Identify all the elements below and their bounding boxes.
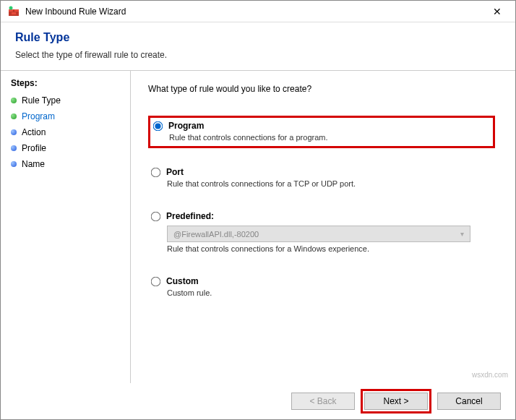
- option-port: Port Rule that controls connections for …: [148, 164, 495, 192]
- wizard-window: New Inbound Rule Wizard ✕ Rule Type Sele…: [0, 0, 516, 420]
- step-profile[interactable]: Profile: [11, 140, 120, 156]
- bullet-icon: [11, 129, 17, 135]
- wizard-header: Rule Type Select the type of firewall ru…: [1, 22, 515, 63]
- radio-program[interactable]: [153, 121, 163, 131]
- option-predefined-title: Predefined:: [166, 211, 214, 221]
- next-button-highlight: Next >: [361, 389, 431, 413]
- step-rule-type[interactable]: Rule Type: [11, 93, 120, 108]
- wizard-content: What type of rule would you like to crea…: [131, 71, 515, 383]
- step-label: Profile: [22, 143, 46, 153]
- step-name[interactable]: Name: [11, 156, 120, 172]
- option-program-desc: Rule that controls connections for a pro…: [169, 133, 490, 142]
- titlebar: New Inbound Rule Wizard ✕: [1, 1, 515, 22]
- step-label: Name: [22, 159, 45, 169]
- radio-port[interactable]: [151, 167, 161, 177]
- radio-predefined[interactable]: [151, 211, 161, 221]
- option-predefined: Predefined: @FirewallAPI.dll,-80200 ▾ Ru…: [148, 208, 495, 257]
- option-port-desc: Rule that controls connections for a TCP…: [167, 179, 492, 188]
- window-title: New Inbound Rule Wizard: [25, 7, 486, 17]
- close-button[interactable]: ✕: [486, 6, 508, 17]
- step-label: Rule Type: [22, 95, 61, 106]
- steps-heading: Steps:: [11, 78, 120, 88]
- option-program: Program Rule that controls connections f…: [148, 116, 495, 148]
- back-button: < Back: [291, 393, 355, 410]
- option-program-title: Program: [168, 121, 204, 131]
- option-custom: Custom Custom rule.: [148, 273, 495, 301]
- wizard-footer: < Back Next > Cancel: [1, 383, 515, 419]
- step-label: Program: [22, 111, 55, 121]
- watermark: wsxdn.com: [472, 371, 508, 379]
- step-action[interactable]: Action: [11, 124, 120, 140]
- bullet-icon: [11, 145, 17, 151]
- svg-rect-2: [14, 9, 19, 12]
- bullet-icon: [11, 113, 17, 119]
- option-custom-desc: Custom rule.: [167, 288, 492, 297]
- predefined-dropdown: @FirewallAPI.dll,-80200 ▾: [167, 226, 470, 242]
- radio-custom[interactable]: [151, 276, 161, 286]
- chevron-down-icon: ▾: [460, 230, 464, 238]
- option-custom-title: Custom: [166, 276, 199, 286]
- step-program[interactable]: Program: [11, 108, 120, 124]
- page-subtitle: Select the type of firewall rule to crea…: [15, 50, 501, 60]
- bullet-icon: [11, 98, 17, 103]
- wizard-body: Steps: Rule Type Program Action Profile …: [1, 71, 515, 383]
- svg-point-4: [9, 6, 13, 9]
- next-button[interactable]: Next >: [364, 393, 428, 410]
- step-label: Action: [22, 127, 46, 137]
- firewall-app-icon: [8, 6, 20, 17]
- option-predefined-desc: Rule that controls connections for a Win…: [167, 244, 492, 253]
- cancel-button[interactable]: Cancel: [437, 393, 501, 410]
- steps-sidebar: Steps: Rule Type Program Action Profile …: [1, 71, 131, 383]
- option-port-title: Port: [166, 167, 184, 177]
- bullet-icon: [11, 161, 17, 167]
- svg-rect-3: [12, 12, 16, 14]
- page-title: Rule Type: [15, 31, 501, 44]
- predefined-value: @FirewallAPI.dll,-80200: [173, 230, 259, 239]
- content-prompt: What type of rule would you like to crea…: [148, 84, 495, 94]
